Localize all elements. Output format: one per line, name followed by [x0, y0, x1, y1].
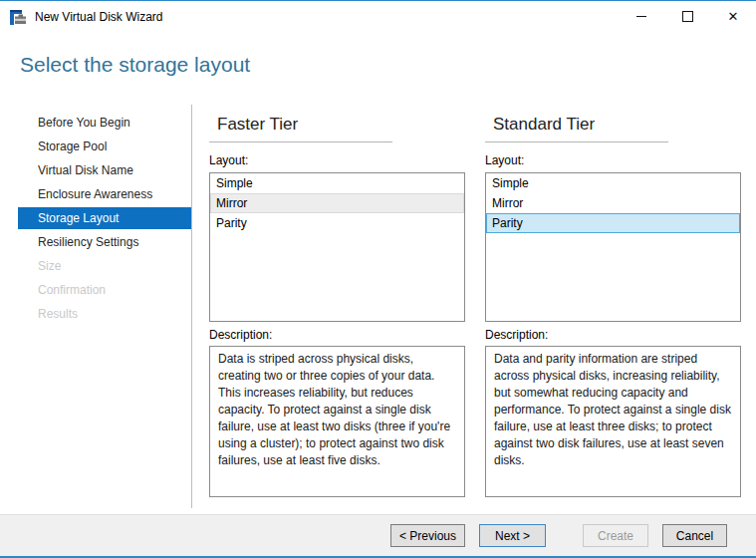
sidebar-item-resiliency-settings[interactable]: Resiliency Settings: [18, 231, 191, 253]
page-title: Select the storage layout: [20, 53, 250, 77]
minimize-button[interactable]: [619, 1, 664, 32]
close-button[interactable]: ✕: [710, 1, 756, 32]
faster-option-parity[interactable]: Parity: [210, 213, 464, 233]
sidebar-item-size: Size: [18, 255, 191, 277]
faster-description-label: Description:: [209, 328, 465, 342]
wizard-step-list: Before You Begin Storage Pool Virtual Di…: [0, 112, 191, 327]
standard-layout-label: Layout:: [485, 153, 741, 167]
wizard-footer: < Previous Next > Create Cancel: [0, 514, 756, 556]
standard-tier-layout-listbox[interactable]: Simple Mirror Parity: [485, 172, 741, 322]
maximize-button[interactable]: [664, 1, 710, 32]
sidebar-item-storage-layout[interactable]: Storage Layout: [18, 207, 191, 229]
standard-tier-rule: [485, 141, 668, 142]
cancel-button[interactable]: Cancel: [662, 524, 727, 547]
faster-option-mirror[interactable]: Mirror: [210, 193, 464, 213]
wizard-window: New Virtual Disk Wizard ✕ Select the sto…: [0, 0, 756, 558]
titlebar: New Virtual Disk Wizard ✕: [0, 1, 756, 32]
faster-tier-description: Data is striped across physical disks, c…: [209, 346, 465, 497]
standard-option-mirror[interactable]: Mirror: [486, 193, 740, 213]
standard-description-label: Description:: [485, 328, 741, 342]
wizard-app-icon: [9, 9, 27, 25]
next-button[interactable]: Next >: [479, 524, 546, 547]
faster-layout-label: Layout:: [209, 153, 465, 167]
previous-button[interactable]: < Previous: [390, 524, 465, 547]
standard-tier-description: Data and parity information are striped …: [485, 346, 741, 497]
faster-tier-title: Faster Tier: [217, 115, 465, 135]
faster-option-simple[interactable]: Simple: [210, 173, 464, 193]
sidebar-item-virtual-disk-name[interactable]: Virtual Disk Name: [18, 159, 191, 181]
window-title: New Virtual Disk Wizard: [35, 10, 162, 24]
standard-option-simple[interactable]: Simple: [486, 173, 740, 193]
standard-option-parity[interactable]: Parity: [486, 213, 740, 233]
standard-tier-title: Standard Tier: [493, 115, 741, 135]
close-icon: ✕: [728, 10, 739, 23]
faster-tier-rule: [209, 141, 392, 142]
faster-tier-layout-listbox[interactable]: Simple Mirror Parity: [209, 172, 465, 322]
faster-tier-section: Faster Tier Layout: Simple Mirror Parity…: [209, 101, 465, 497]
sidebar-content-divider: [191, 105, 192, 508]
sidebar-item-confirmation: Confirmation: [18, 279, 191, 301]
maximize-icon: [682, 11, 693, 22]
standard-tier-section: Standard Tier Layout: Simple Mirror Pari…: [485, 101, 741, 497]
window-controls: ✕: [619, 1, 756, 32]
sidebar-item-enclosure-awareness[interactable]: Enclosure Awareness: [18, 183, 191, 205]
sidebar-item-before-you-begin[interactable]: Before You Begin: [18, 112, 191, 134]
create-button: Create: [583, 524, 648, 547]
minimize-icon: [636, 16, 646, 17]
sidebar-item-storage-pool[interactable]: Storage Pool: [18, 136, 191, 157]
sidebar-item-results: Results: [18, 303, 191, 325]
